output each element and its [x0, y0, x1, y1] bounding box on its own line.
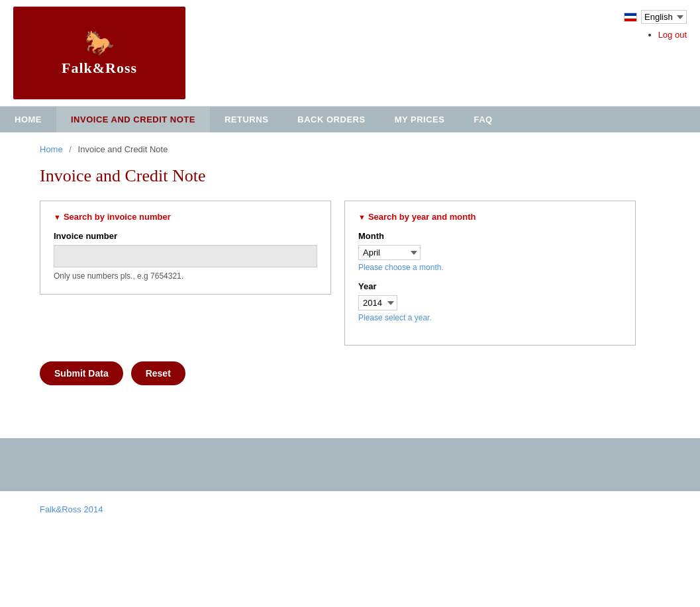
month-note: Please choose a month. [358, 263, 622, 272]
search-invoice-legend: ▼ Search by invoice number [54, 212, 317, 222]
search-panels: ▼ Search by invoice number Invoice numbe… [40, 201, 660, 346]
month-label: Month [358, 231, 622, 241]
copyright: Falk&Ross 2014 [40, 504, 103, 514]
nav-item-faq[interactable]: FAQ [459, 107, 507, 132]
nav-item-returns[interactable]: RETURNS [210, 107, 283, 132]
main-nav: HOME INVOICE AND CREDIT NOTE RETURNS BAC… [0, 107, 700, 132]
footer-band [0, 438, 700, 491]
logo: 🐎 Falk&Ross [13, 7, 185, 99]
invoice-number-label: Invoice number [54, 231, 317, 241]
horse-icon: 🐎 [85, 29, 115, 57]
month-field: Month JanuaryFebruaryMarchAprilMayJuneJu… [358, 231, 622, 272]
search-invoice-panel: ▼ Search by invoice number Invoice numbe… [40, 201, 331, 295]
flag-icon [624, 13, 637, 22]
search-date-legend: ▼ Search by year and month [358, 212, 622, 222]
buttons-row: Submit Data Reset [40, 361, 660, 385]
month-select[interactable]: JanuaryFebruaryMarchAprilMayJuneJulyAugu… [358, 245, 421, 260]
language-selector[interactable]: English [624, 10, 687, 24]
language-dropdown[interactable]: English [641, 10, 687, 24]
nav-item-backorders[interactable]: BACK ORDERS [283, 107, 379, 132]
year-label: Year [358, 281, 622, 291]
arrow-icon-2: ▼ [358, 213, 366, 221]
main-content: Invoice and Credit Note ▼ Search by invo… [0, 160, 700, 412]
reset-button[interactable]: Reset [131, 361, 185, 385]
nav-item-invoice[interactable]: INVOICE AND CREDIT NOTE [56, 107, 210, 132]
page-title: Invoice and Credit Note [40, 166, 660, 186]
year-field: Year 20122013201420152016 Please select … [358, 281, 622, 322]
submit-button[interactable]: Submit Data [40, 361, 123, 385]
breadcrumb-separator: / [69, 144, 72, 154]
footer: Falk&Ross 2014 [0, 491, 700, 528]
breadcrumb: Home / Invoice and Credit Note [0, 132, 700, 160]
search-date-legend-text: Search by year and month [368, 212, 476, 222]
year-select[interactable]: 20122013201420152016 [358, 295, 397, 310]
search-invoice-legend-text: Search by invoice number [64, 212, 171, 222]
breadcrumb-current: Invoice and Credit Note [78, 144, 168, 154]
header: 🐎 Falk&Ross English Log out [0, 0, 700, 107]
header-right: English Log out [624, 7, 687, 40]
invoice-number-input[interactable] [54, 245, 317, 267]
user-menu: Log out [645, 29, 687, 40]
year-note: Please select a year. [358, 313, 622, 322]
logout-link[interactable]: Log out [658, 30, 687, 40]
invoice-number-hint: Only use numbers pls., e.g 7654321. [54, 271, 317, 281]
nav-item-myprices[interactable]: MY PRICES [380, 107, 460, 132]
logo-text: Falk&Ross [62, 60, 137, 77]
nav-item-home[interactable]: HOME [0, 107, 56, 132]
breadcrumb-home[interactable]: Home [40, 144, 63, 154]
search-date-panel: ▼ Search by year and month Month January… [344, 201, 636, 346]
arrow-icon: ▼ [54, 213, 61, 221]
